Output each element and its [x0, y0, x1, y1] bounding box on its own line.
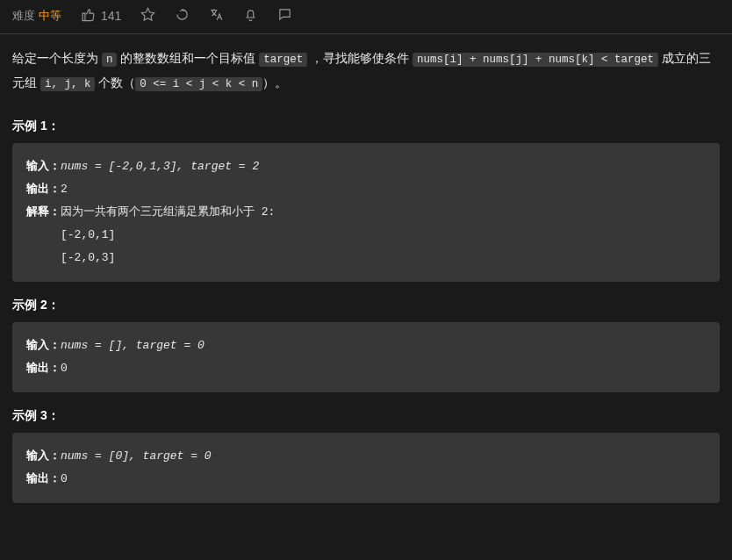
translate-icon — [209, 7, 224, 25]
input-label: 输入： — [26, 160, 61, 173]
notifications-button[interactable] — [243, 7, 258, 25]
desc-code: 0 <= i < j < k < n — [135, 77, 262, 91]
input-value: nums = [], target = 0 — [61, 339, 205, 352]
output-value: 2 — [61, 183, 68, 196]
share-button[interactable] — [175, 7, 190, 25]
example-block: 输入：nums = [], target = 0 输出：0 — [12, 322, 720, 392]
feedback-button[interactable] — [277, 7, 292, 25]
explain-line: [-2,0,1] — [26, 228, 115, 241]
desc-text: 给定一个长度为 — [12, 51, 102, 65]
explain-line: [-2,0,3] — [26, 251, 115, 264]
bell-icon — [243, 7, 258, 25]
example-title: 示例 1： — [12, 118, 720, 134]
star-icon — [140, 7, 155, 25]
example-block: 输入：nums = [0], target = 0 输出：0 — [12, 433, 720, 503]
problem-description: 给定一个长度为 n 的整数数组和一个目标值 target ，寻找能够使条件 nu… — [12, 47, 720, 96]
output-label: 输出： — [26, 472, 61, 485]
desc-text: ）。 — [262, 75, 287, 90]
thumbs-up-icon — [81, 7, 96, 25]
desc-text: 个数（ — [95, 75, 135, 90]
difficulty-group: 难度 中等 — [12, 8, 61, 24]
like-button[interactable]: 141 — [81, 7, 121, 25]
input-value: nums = [0], target = 0 — [61, 449, 212, 463]
desc-code: nums[i] + nums[j] + nums[k] < target — [413, 53, 658, 67]
desc-code: n — [102, 53, 118, 67]
topbar: 难度 中等 141 — [0, 0, 732, 34]
translate-button[interactable] — [209, 7, 224, 25]
output-label: 输出： — [26, 362, 61, 375]
desc-text: 的整数数组和一个目标值 — [117, 51, 259, 65]
desc-code: i, j, k — [40, 77, 96, 91]
output-value: 0 — [61, 362, 68, 375]
comment-icon — [277, 7, 292, 25]
desc-text: ，寻找能够使条件 — [307, 51, 413, 65]
explain-text: 因为一共有两个三元组满足累加和小于 2: — [61, 205, 275, 219]
example-title: 示例 2： — [12, 298, 720, 313]
example-title: 示例 3： — [12, 408, 720, 424]
example-block: 输入：nums = [-2,0,1,3], target = 2 输出：2 解释… — [12, 143, 720, 282]
output-value: 0 — [61, 472, 68, 485]
problem-content: 给定一个长度为 n 的整数数组和一个目标值 target ，寻找能够使条件 nu… — [0, 34, 732, 535]
input-value: nums = [-2,0,1,3], target = 2 — [61, 160, 259, 173]
share-icon — [175, 7, 190, 25]
output-label: 输出： — [26, 183, 61, 196]
favorite-button[interactable] — [140, 7, 155, 25]
difficulty-label: 难度 — [12, 9, 35, 22]
desc-code: target — [259, 53, 307, 67]
input-label: 输入： — [26, 339, 61, 352]
difficulty-value: 中等 — [39, 9, 61, 22]
input-label: 输入： — [26, 449, 61, 463]
like-count: 141 — [101, 9, 121, 23]
explain-label: 解释： — [26, 205, 61, 219]
